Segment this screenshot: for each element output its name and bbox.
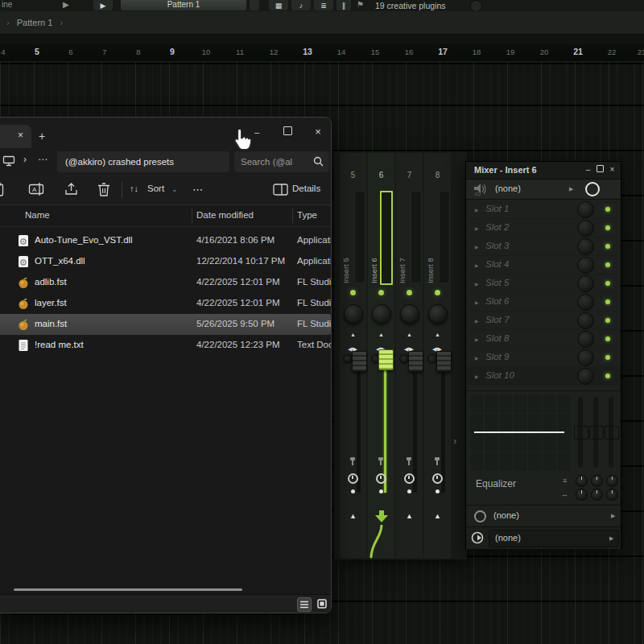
latch-icon[interactable]: [380, 457, 382, 465]
rename-icon[interactable]: A: [28, 182, 44, 196]
gen-value[interactable]: (none): [495, 184, 521, 193]
route-arrow-icon[interactable]: ▲: [424, 512, 451, 520]
slot-enable-led[interactable]: [603, 316, 613, 325]
pan-knob[interactable]: [372, 304, 391, 324]
eq-q-knob[interactable]: [591, 489, 603, 501]
breadcrumb-chevron-icon[interactable]: ›: [23, 154, 27, 165]
record-arm-icon[interactable]: [348, 473, 358, 484]
fx-slot-3[interactable]: ▶Slot 3: [466, 237, 621, 256]
file-row[interactable]: !read me.txt4/22/2025 12:23 PMText Docu: [0, 335, 331, 356]
slot-mix-knob[interactable]: [577, 257, 594, 274]
pan-knob[interactable]: [400, 304, 419, 324]
chevron-icon[interactable]: ▶: [63, 0, 69, 9]
file-row[interactable]: adlib.fst4/22/2025 12:01 PMFL Studio: [0, 272, 331, 293]
latch-icon[interactable]: [436, 457, 438, 465]
file-row-selected[interactable]: main.fst5/26/2025 9:50 PMFL Studio: [0, 314, 331, 335]
dot-indicator[interactable]: [379, 489, 383, 493]
address-breadcrumb[interactable]: (@akkiro) crashed presets: [57, 151, 229, 172]
mixer-icon[interactable]: ∥: [336, 0, 351, 10]
slot-mix-knob[interactable]: [577, 238, 594, 255]
volume-fader-handle-selected[interactable]: [378, 349, 394, 370]
slot-enable-led[interactable]: [603, 334, 613, 344]
slot-mix-knob[interactable]: [577, 349, 594, 366]
breadcrumb-pattern[interactable]: Pattern 1: [17, 18, 53, 27]
sort-caret-icon[interactable]: ⌄: [171, 185, 178, 193]
mute-led[interactable]: [407, 290, 412, 295]
eq-band-slider-handle[interactable]: [605, 426, 619, 440]
close-icon[interactable]: ×: [607, 164, 617, 175]
latch-icon[interactable]: [352, 457, 353, 465]
record-arm-icon[interactable]: [432, 473, 443, 484]
pattern-prev-icon[interactable]: ▶: [93, 0, 113, 10]
slot-mix-knob[interactable]: [577, 201, 594, 218]
latch-icon[interactable]: [408, 457, 410, 465]
pan-knob[interactable]: [344, 304, 363, 324]
slot-enable-led[interactable]: [603, 204, 613, 214]
eq-freq-knob[interactable]: [606, 475, 618, 487]
route-arrow-icon[interactable]: ▲: [340, 512, 366, 520]
output-icon[interactable]: [471, 530, 485, 545]
column-date-modified[interactable]: Date modified: [196, 210, 254, 220]
dot-indicator[interactable]: [351, 489, 355, 493]
share-icon[interactable]: [64, 182, 79, 196]
record-indicator-icon[interactable]: [470, 0, 482, 11]
fx-slot-8[interactable]: ▶Slot 8: [466, 330, 621, 349]
route-arrow-icon[interactable]: ▲: [396, 512, 423, 520]
mute-led[interactable]: [378, 290, 384, 295]
menu-icon[interactable]: ≡: [563, 477, 567, 485]
this-pc-icon[interactable]: [2, 155, 15, 167]
pattern-selector[interactable]: Pattern 1: [121, 0, 246, 10]
channel-rack-icon[interactable]: ≣: [314, 0, 333, 10]
slot-enable-led[interactable]: [603, 242, 613, 251]
volume-fader-handle[interactable]: [436, 351, 452, 372]
breadcrumb-ellipsis-icon[interactable]: ⋯: [38, 154, 47, 165]
strip-name-label[interactable]: Insert 7: [398, 258, 407, 283]
sort-button[interactable]: Sort: [147, 184, 164, 193]
time-menu-icon[interactable]: ▶: [611, 513, 615, 519]
clock-icon[interactable]: [474, 510, 486, 522]
close-button[interactable]: ×: [308, 124, 328, 140]
explorer-tab[interactable]: ×: [0, 125, 31, 148]
slot-enable-led[interactable]: [603, 297, 613, 307]
mixer-scroll-chevron[interactable]: ›: [453, 435, 456, 447]
eq-freq-knob[interactable]: [591, 475, 603, 487]
volume-fader-handle[interactable]: [408, 351, 423, 372]
icons-view-toggle[interactable]: [315, 597, 329, 612]
output-menu-icon[interactable]: ▶: [609, 535, 613, 542]
gen-menu-icon[interactable]: ▶: [569, 186, 573, 192]
slot-enable-led[interactable]: [603, 353, 613, 362]
eq-band-slider-handle[interactable]: [589, 426, 604, 440]
strip-name-label[interactable]: Insert 6: [369, 258, 378, 283]
dot-indicator[interactable]: [436, 489, 440, 493]
search-icon[interactable]: [313, 156, 324, 167]
record-arm-icon[interactable]: [404, 473, 415, 484]
eq-band-slider-handle[interactable]: [574, 426, 588, 440]
fx-slot-6[interactable]: ▶Slot 6: [466, 293, 621, 312]
search-input[interactable]: Search (@al: [234, 151, 329, 172]
slot-enable-led[interactable]: [603, 279, 613, 288]
width-icon[interactable]: ↔: [561, 490, 568, 498]
speaker-eq-icon[interactable]: EQ: [473, 182, 487, 196]
fx-slot-7[interactable]: ▶Slot 7: [466, 312, 621, 330]
pattern-next-icon[interactable]: [250, 0, 259, 10]
eq-freq-knob[interactable]: [576, 475, 588, 487]
column-type[interactable]: Type: [297, 210, 317, 220]
fx-slot-10[interactable]: ▶Slot 10: [466, 367, 621, 386]
fx-slot-1[interactable]: ▶Slot 1: [466, 200, 621, 219]
slot-mix-knob[interactable]: [577, 220, 594, 237]
fx-slot-9[interactable]: ▶Slot 9: [466, 349, 621, 367]
maximize-icon[interactable]: [595, 164, 605, 175]
more-options-icon[interactable]: ⋯: [192, 184, 203, 196]
details-view-toggle[interactable]: [297, 597, 312, 612]
new-tab-button[interactable]: +: [33, 127, 51, 145]
eq-q-knob[interactable]: [576, 489, 588, 501]
chart-icon[interactable]: ▦: [269, 0, 288, 10]
slot-mix-knob[interactable]: [577, 275, 594, 292]
slot-mix-knob[interactable]: [577, 312, 594, 329]
strip-name-label[interactable]: Insert 8: [426, 258, 435, 283]
output-value[interactable]: (none): [495, 533, 521, 543]
volume-fader-track[interactable]: [413, 351, 417, 493]
details-view-icon[interactable]: [273, 184, 288, 196]
paste-icon[interactable]: [0, 182, 4, 197]
fx-slot-2[interactable]: ▶Slot 2: [466, 219, 621, 237]
